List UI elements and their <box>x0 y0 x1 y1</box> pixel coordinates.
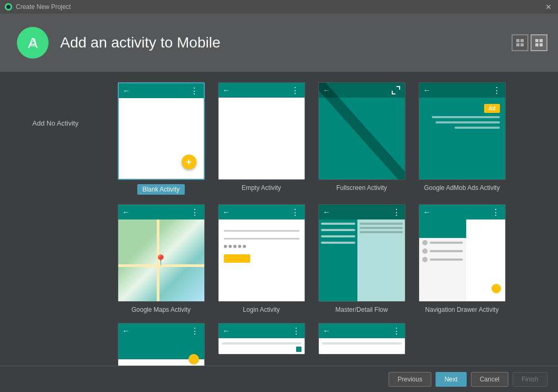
cancel-button[interactable]: Cancel <box>471 372 508 387</box>
admob-activity-card[interactable]: ← ⋮ Ad Google AdMob Ads Activity <box>417 82 507 195</box>
previous-button[interactable]: Previous <box>389 372 431 387</box>
login-activity-card[interactable]: ← ⋮ <box>216 204 306 313</box>
blank-phone-body: + <box>119 98 204 179</box>
title-bar-left: Create New Project <box>4 3 71 11</box>
fullscreen-activity-card[interactable]: ← Fullscreen Activity <box>317 82 406 195</box>
maps-activity-card[interactable]: ← ⋮ 📍 Google Maps Act <box>116 204 206 313</box>
drawer-item-line-3 <box>430 259 464 261</box>
master-line-4 <box>321 242 355 244</box>
partial-checkbox-area <box>222 347 301 352</box>
partial-body-1 <box>219 338 305 354</box>
header: A △ Add an activity to Mobile <box>0 14 558 72</box>
map-area: 📍 <box>118 219 204 301</box>
drawer-item-line-1 <box>430 242 464 244</box>
svg-rect-7 <box>516 43 519 46</box>
maps-activity-thumb: ← ⋮ 📍 <box>118 204 205 302</box>
grid-view-button[interactable] <box>512 34 528 51</box>
finish-button[interactable]: Finish <box>513 372 547 387</box>
menu-dots-icon: ⋮ <box>191 326 200 336</box>
masterdetail-activity-label: Master/Detail Flow <box>335 306 387 313</box>
drawer-header <box>419 219 467 238</box>
masterdetail-activity-card[interactable]: ← ⋮ <box>317 204 406 313</box>
admob-activity-thumb: ← ⋮ Ad <box>419 82 506 180</box>
menu-dots-icon: ⋮ <box>190 86 200 96</box>
fullscreen-bg: ← <box>319 83 405 179</box>
dot-3 <box>233 245 237 248</box>
main-content: Add No Activity ← ⋮ + Blank <box>0 72 558 366</box>
list-view-button[interactable] <box>531 34 547 51</box>
next-button[interactable]: Next <box>436 372 467 387</box>
menu-dots-icon: ⋮ <box>392 207 401 217</box>
login-input-1 <box>224 230 299 232</box>
svg-rect-5 <box>516 39 519 42</box>
android-studio-icon <box>4 3 13 11</box>
back-arrow-icon: ← <box>123 87 130 95</box>
partial-bar-1: ← ⋮ <box>219 323 305 338</box>
partial-checkbox <box>296 347 301 352</box>
back-arrow-icon: ← <box>223 327 230 335</box>
partial-line-2 <box>322 342 402 345</box>
map-pin-icon: 📍 <box>154 254 167 266</box>
dot-2 <box>229 245 232 248</box>
detail-line-1 <box>360 223 403 225</box>
back-arrow-icon: ← <box>423 208 431 216</box>
detail-pane <box>357 219 405 301</box>
masterdetail-activity-thumb: ← ⋮ <box>318 204 405 302</box>
empty-activity-card[interactable]: ← ⋮ Empty Activity <box>216 82 306 195</box>
partial-bg-1: ← ⋮ <box>219 323 305 354</box>
svg-rect-6 <box>521 39 524 42</box>
activity-grid: ← ⋮ + Blank Activity ← <box>116 82 547 366</box>
back-arrow-icon: ← <box>223 86 230 94</box>
login-phone-bar: ← ⋮ <box>219 205 305 219</box>
scrolling-phone-body <box>118 338 204 366</box>
scrolling-header <box>118 338 204 359</box>
drawer-items <box>419 238 467 264</box>
ad-badge: Ad <box>484 104 499 113</box>
admob-activity-label: Google AdMob Ads Activity <box>424 184 499 192</box>
menu-dots-icon: ⋮ <box>291 207 300 217</box>
empty-phone-bar: ← ⋮ <box>219 83 305 98</box>
close-button[interactable]: ✕ <box>543 2 554 12</box>
svg-rect-9 <box>535 39 538 42</box>
dot-4 <box>238 245 241 248</box>
add-no-activity-option[interactable]: Add No Activity <box>32 119 78 127</box>
text-line-3 <box>455 127 500 129</box>
svg-rect-11 <box>535 43 538 46</box>
partial-thumb-1: ← ⋮ <box>218 323 305 355</box>
navdrawer-phone-bar: ← ⋮ <box>419 205 505 219</box>
grid-icon <box>516 39 524 47</box>
blank-phone-bar: ← ⋮ <box>119 83 204 98</box>
diagonal-svg <box>319 83 405 179</box>
empty-activity-thumb: ← ⋮ <box>218 82 305 180</box>
menu-dots-icon: ⋮ <box>491 207 501 217</box>
partial-body-2 <box>319 338 405 347</box>
text-line-1 <box>432 116 500 118</box>
scrolling-activity-card[interactable]: ← ⋮ <box>116 323 206 366</box>
partial-thumb-2: ← ⋮ <box>318 323 405 355</box>
dot-5 <box>243 245 246 248</box>
partial-card-2[interactable]: ← ⋮ <box>317 323 406 366</box>
blank-activity-card[interactable]: ← ⋮ + Blank Activity <box>116 82 206 195</box>
drawer-item-circle-3 <box>422 257 428 262</box>
masterdetail-panels <box>319 219 405 301</box>
fab-icon: + <box>182 155 196 169</box>
scrolling-fab <box>188 354 199 365</box>
navdrawer-main <box>466 219 505 301</box>
drawer-item-line-2 <box>430 250 464 252</box>
menu-dots-icon: ⋮ <box>392 326 401 336</box>
back-arrow-icon: ← <box>423 86 431 94</box>
fullscreen-activity-thumb: ← <box>318 82 405 180</box>
scrolling-activity-thumb: ← ⋮ <box>118 323 205 366</box>
login-activity-label: Login Activity <box>243 306 280 313</box>
menu-dots-icon: ⋮ <box>191 207 200 217</box>
dot-1 <box>224 245 227 248</box>
list-icon <box>535 39 543 47</box>
navdrawer-activity-card[interactable]: ← ⋮ <box>417 204 507 313</box>
detail-line-3 <box>360 231 403 233</box>
master-line-3 <box>321 235 355 237</box>
partial-line-1 <box>222 342 301 345</box>
login-btn <box>224 254 250 263</box>
back-arrow-icon: ← <box>122 327 130 335</box>
partial-card-1[interactable]: ← ⋮ <box>216 323 306 366</box>
empty-phone-body <box>219 98 305 179</box>
